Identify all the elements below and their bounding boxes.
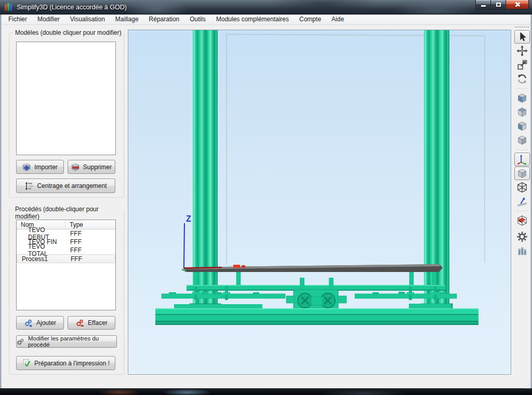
resize-grip[interactable] bbox=[524, 383, 530, 389]
wireframe-render-toggle[interactable] bbox=[514, 181, 530, 194]
simplify3d-window: { "window": { "title": "Simplify3D (Lice… bbox=[0, 0, 532, 395]
menu-outils[interactable]: Outils bbox=[184, 15, 211, 24]
view-cube-front-icon bbox=[516, 92, 528, 104]
menu-reparation[interactable]: Réparation bbox=[144, 15, 185, 24]
client-area: Modèles (double cliquer pour modifier) I… bbox=[2, 25, 530, 388]
toolbar-grip[interactable] bbox=[515, 26, 529, 28]
toolbar-separator bbox=[516, 88, 528, 89]
edit-process-settings-label: Modifier les paramètres du procédé bbox=[28, 335, 116, 348]
process-name: Process1 bbox=[17, 255, 66, 263]
solid-cube-icon bbox=[516, 168, 528, 179]
menu-modules[interactable]: Modules complémentaires bbox=[211, 15, 294, 24]
processes-group: Procédés (double-cliquer pour modifier) … bbox=[9, 209, 124, 375]
view-cube-iso[interactable] bbox=[514, 133, 530, 147]
delete-button[interactable]: Supprimer bbox=[68, 160, 115, 174]
edit-process-settings-button[interactable]: Modifier les paramètres du procédé bbox=[16, 335, 117, 348]
column-header-type[interactable]: Type bbox=[65, 221, 83, 228]
menu-aide[interactable]: Aide bbox=[326, 15, 349, 24]
delete-button-label: Supprimer bbox=[83, 164, 112, 171]
app-logo-icon bbox=[5, 3, 13, 11]
settings-gears-icon bbox=[17, 338, 25, 346]
support-structures-tool[interactable] bbox=[514, 244, 530, 257]
delete-cube-icon bbox=[71, 163, 80, 171]
import-button-label: Importer bbox=[34, 164, 58, 171]
models-list[interactable] bbox=[16, 42, 116, 155]
solid-render-toggle[interactable] bbox=[514, 167, 530, 180]
add-process-button-label: Ajouter bbox=[36, 319, 56, 326]
models-group-title: Modèles (double cliquer pour modifier) bbox=[13, 29, 124, 36]
maximize-button[interactable] bbox=[491, 0, 506, 9]
view-cube-side-icon bbox=[516, 120, 528, 132]
minimize-icon bbox=[481, 5, 486, 7]
view-cube-front[interactable] bbox=[514, 91, 530, 105]
window-title: Simplify3D (Licence accordée à GOD) bbox=[17, 4, 127, 11]
view-cube-iso-icon bbox=[516, 134, 528, 146]
center-arrange-button-label: Centrage et arrangement bbox=[37, 182, 107, 189]
scale-icon bbox=[516, 59, 528, 71]
move-tool[interactable] bbox=[514, 44, 530, 58]
print-bed bbox=[183, 264, 443, 272]
surface-normal-tool[interactable] bbox=[514, 195, 530, 208]
maximize-icon bbox=[496, 3, 501, 7]
processes-table[interactable]: Nom Type TEVO DEBUT FFF TEVO FIN FFF TEV… bbox=[16, 220, 116, 310]
title-bar[interactable]: Simplify3D (Licence accordée à GOD) bbox=[0, 0, 532, 15]
supports-icon bbox=[516, 245, 528, 256]
machine-settings-gear[interactable] bbox=[514, 230, 530, 243]
cross-section-tool[interactable] bbox=[514, 214, 530, 227]
add-gear-icon bbox=[24, 319, 33, 328]
z-axis-line bbox=[184, 223, 184, 268]
rotate-tool[interactable] bbox=[514, 72, 530, 86]
import-cube-icon bbox=[22, 163, 31, 171]
prepare-print-button[interactable]: Préparation à l'impression ! bbox=[16, 356, 115, 370]
move-arrows-icon bbox=[516, 45, 528, 57]
normal-arrow-icon bbox=[516, 196, 528, 207]
center-arrange-button[interactable]: Centrage et arrangement bbox=[16, 179, 115, 193]
printer-scene: Z bbox=[128, 30, 511, 374]
close-icon bbox=[514, 2, 520, 7]
close-button[interactable] bbox=[506, 0, 529, 9]
scale-tool[interactable] bbox=[514, 58, 530, 72]
view-cube-top[interactable] bbox=[514, 105, 530, 119]
menu-fichier[interactable]: Fichier bbox=[3, 15, 32, 24]
process-row[interactable]: TEVO TOTAL FFF bbox=[17, 246, 115, 254]
z-axis-label: Z bbox=[186, 214, 191, 223]
window-controls bbox=[475, 0, 529, 9]
toolbar-separator bbox=[516, 211, 528, 211]
process-type: FFF bbox=[65, 238, 82, 246]
axes-icon bbox=[516, 154, 528, 165]
rotate-arrows-icon bbox=[516, 73, 528, 85]
toolbar-separator bbox=[516, 149, 528, 150]
minimize-button[interactable] bbox=[475, 0, 491, 9]
bed-red-part bbox=[242, 265, 245, 268]
import-button[interactable]: Importer bbox=[16, 160, 64, 174]
center-arrange-icon bbox=[24, 182, 34, 190]
menu-bar: Fichier Modifier Visualisation Maillage … bbox=[0, 15, 532, 25]
menu-compte[interactable]: Compte bbox=[294, 15, 326, 24]
process-type: FFF bbox=[65, 230, 82, 237]
cursor-arrow-icon bbox=[516, 31, 528, 43]
view-cube-side[interactable] bbox=[514, 119, 530, 133]
process-row[interactable]: TEVO DEBUT FFF bbox=[17, 229, 115, 238]
process-row-selected[interactable]: Process1 FFF bbox=[17, 254, 115, 263]
select-tool[interactable] bbox=[514, 30, 530, 44]
add-process-button[interactable]: Ajouter bbox=[16, 316, 64, 330]
axes-toggle[interactable] bbox=[514, 153, 530, 166]
processes-group-title: Procédés (double-cliquer pour modifier) bbox=[13, 206, 124, 220]
bed-red-part bbox=[233, 265, 240, 268]
view-cube-top-icon bbox=[516, 106, 528, 118]
menu-visualisation[interactable]: Visualisation bbox=[65, 15, 110, 24]
process-type: FFF bbox=[65, 247, 82, 254]
erase-gear-icon bbox=[75, 319, 85, 328]
view-toolbar bbox=[514, 25, 530, 375]
window-bottom-frame bbox=[0, 388, 532, 395]
process-type: FFF bbox=[66, 255, 82, 263]
wireframe-cube-icon bbox=[516, 182, 528, 193]
gear-icon bbox=[516, 231, 528, 242]
menu-maillage[interactable]: Maillage bbox=[110, 15, 144, 24]
models-group: Modèles (double cliquer pour modifier) I… bbox=[9, 33, 124, 198]
prepare-print-button-label: Préparation à l'impression ! bbox=[34, 360, 110, 367]
cross-section-icon bbox=[516, 215, 528, 226]
menu-modifier[interactable]: Modifier bbox=[32, 15, 65, 24]
erase-process-button[interactable]: Effacer bbox=[68, 316, 115, 330]
viewport-3d[interactable]: Z bbox=[128, 30, 511, 375]
